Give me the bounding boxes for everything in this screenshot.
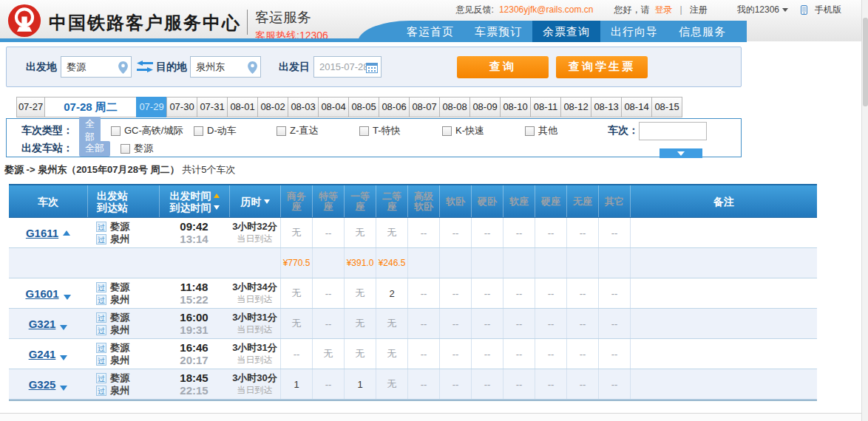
register-link[interactable]: 注册 xyxy=(690,4,708,16)
main-navigation: 客运首页车票预订余票查询出行向导信息服务 xyxy=(0,21,747,42)
login-link[interactable]: 登录 xyxy=(655,4,673,16)
nav-item-2[interactable]: 车票预订 xyxy=(464,21,532,42)
train-number-link[interactable]: G241 xyxy=(29,348,56,360)
date-tab-2[interactable]: 07-28 周二 xyxy=(44,97,137,117)
date-tab-20[interactable]: 08-15 xyxy=(651,97,682,117)
date-tab-19[interactable]: 08-14 xyxy=(621,97,652,117)
checkbox-icon[interactable] xyxy=(359,126,369,136)
checkbox-icon[interactable] xyxy=(277,126,286,136)
nav-item-1[interactable]: 客运首页 xyxy=(396,21,464,42)
note-cell xyxy=(630,339,817,369)
feedback-email-link[interactable]: 12306yjfk@rails.com.cn xyxy=(499,4,594,15)
train-number-input[interactable] xyxy=(639,122,707,140)
swap-stations-icon[interactable] xyxy=(137,61,153,73)
date-tab-3[interactable]: 07-29 xyxy=(136,97,167,117)
filter-station-1[interactable]: 婺源 xyxy=(121,142,203,155)
sort-descending-icon[interactable] xyxy=(264,199,270,204)
date-tab-13[interactable]: 08-08 xyxy=(439,97,470,117)
expand-row-icon[interactable] xyxy=(64,295,71,300)
date-tab-17[interactable]: 08-12 xyxy=(560,97,591,117)
price-cell xyxy=(566,248,598,278)
to-station-field[interactable] xyxy=(190,56,261,78)
seat-availability-cell: -- xyxy=(407,278,439,308)
station-name: 婺源 xyxy=(110,220,129,233)
seat-availability-cell: -- xyxy=(439,369,471,399)
from-station-field[interactable] xyxy=(61,56,132,78)
sort-descending-icon[interactable] xyxy=(214,205,220,210)
date-tab-8[interactable]: 08-03 xyxy=(288,97,319,117)
date-tab-16[interactable]: 08-11 xyxy=(530,97,561,117)
date-tab-15[interactable]: 08-10 xyxy=(500,97,531,117)
column-header-time-sort[interactable]: 出发时间 到达时间 xyxy=(159,185,229,217)
date-tab-5[interactable]: 07-31 xyxy=(197,97,228,117)
query-button[interactable]: 查询 xyxy=(457,56,549,78)
arrival-time: 13:14 xyxy=(180,233,208,245)
price-cell xyxy=(312,248,344,278)
calendar-icon[interactable] xyxy=(366,62,378,73)
nav-item-5[interactable]: 信息服务 xyxy=(668,21,736,42)
date-tab-18[interactable]: 08-13 xyxy=(591,97,622,117)
expand-row-icon[interactable] xyxy=(60,355,67,360)
seat-availability-cell: -- xyxy=(598,278,630,308)
seat-availability-cell: -- xyxy=(407,309,439,338)
column-header-duration-sort[interactable]: 历时 xyxy=(229,185,280,217)
date-tab-12[interactable]: 08-07 xyxy=(409,97,440,117)
mobile-version-link[interactable]: 手机版 xyxy=(815,4,841,16)
date-tab-1[interactable]: 07-27 xyxy=(16,97,45,117)
depart-date-input[interactable] xyxy=(314,58,367,76)
scrollbar-thumb[interactable] xyxy=(863,18,868,106)
expand-row-icon[interactable] xyxy=(60,386,67,391)
checkbox-icon[interactable] xyxy=(111,126,121,136)
train-number-link[interactable]: G321 xyxy=(29,318,56,330)
seat-availability-cell: -- xyxy=(471,309,503,338)
date-tab-14[interactable]: 08-09 xyxy=(469,97,501,117)
checkbox-icon[interactable] xyxy=(442,126,452,136)
train-number-link[interactable]: G1601 xyxy=(25,287,58,300)
date-tab-10[interactable]: 08-05 xyxy=(348,97,379,117)
filter-type-5[interactable]: K-快速 xyxy=(442,124,525,137)
date-tab-11[interactable]: 08-06 xyxy=(379,97,410,117)
to-label: 目的地 xyxy=(156,61,187,74)
all-stations-badge[interactable]: 全部 xyxy=(79,141,110,157)
mobile-phone-icon xyxy=(801,5,807,15)
seat-availability-cell: 无 xyxy=(280,309,312,338)
train-number-link[interactable]: G325 xyxy=(29,378,56,391)
collapse-filter-button[interactable] xyxy=(660,148,702,158)
from-station-input[interactable] xyxy=(61,58,115,76)
filter-type-6[interactable]: 其他 xyxy=(525,124,608,137)
note-cell xyxy=(630,278,817,308)
date-tab-7[interactable]: 08-02 xyxy=(257,97,288,117)
date-tab-4[interactable]: 07-30 xyxy=(166,97,197,117)
train-number-link[interactable]: G1611 xyxy=(26,227,58,239)
station-line: 过泉州 xyxy=(96,233,129,245)
depart-date-field[interactable] xyxy=(313,56,382,78)
duration-cell: 3小时34分当日到达 xyxy=(229,278,280,308)
date-tab-9[interactable]: 08-04 xyxy=(318,97,349,117)
depart-station-label: 出发车站： xyxy=(21,142,73,155)
vertical-scrollbar[interactable] xyxy=(861,0,868,421)
filter-type-3[interactable]: Z-直达 xyxy=(277,124,359,137)
seat-availability-cell: -- xyxy=(535,278,566,308)
checkbox-icon[interactable] xyxy=(194,126,203,136)
expand-row-icon[interactable] xyxy=(60,325,67,330)
table-row: G241过婺源过泉州16:4620:173小时31分当日到达--无无无-----… xyxy=(9,339,817,369)
nav-item-4[interactable]: 出行向导 xyxy=(600,21,668,42)
seat-column-header: 软卧 xyxy=(439,185,471,217)
time-cell: 11:4815:22 xyxy=(159,278,229,308)
duration-cell: 3小时32分当日到达 xyxy=(229,218,280,247)
collapse-row-icon[interactable] xyxy=(63,230,70,236)
train-type-label: 车次类型： xyxy=(21,124,73,137)
nav-item-3[interactable]: 余票查询 xyxy=(532,21,600,42)
filter-type-1[interactable]: GC-高铁/城际 xyxy=(111,124,194,137)
to-station-input[interactable] xyxy=(191,58,244,76)
filter-type-2[interactable]: D-动车 xyxy=(194,124,277,137)
filter-type-4[interactable]: T-特快 xyxy=(359,124,442,137)
student-query-button[interactable]: 查询学生票 xyxy=(556,56,648,78)
checkbox-icon[interactable] xyxy=(121,144,130,154)
my-12306-menu[interactable]: 我的12306 xyxy=(737,4,788,16)
price-cell xyxy=(535,248,566,278)
sort-ascending-icon[interactable] xyxy=(214,194,220,198)
checkbox-icon[interactable] xyxy=(525,126,535,136)
date-tab-6[interactable]: 08-01 xyxy=(227,97,258,117)
time-cell: 18:4522:15 xyxy=(159,369,229,399)
